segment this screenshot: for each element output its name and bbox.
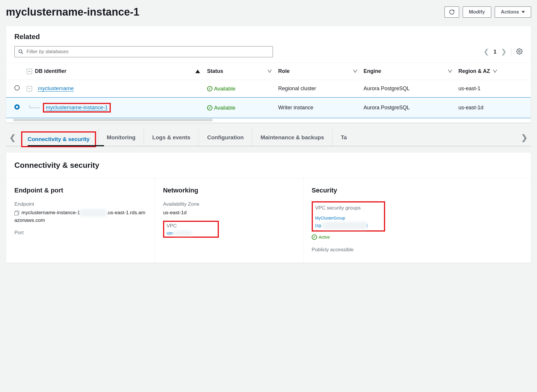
- tab-configuration[interactable]: Configuration: [199, 129, 252, 146]
- col-status[interactable]: Status: [207, 68, 223, 74]
- actions-button[interactable]: Actions: [495, 6, 531, 18]
- highlight-box: VPC security groups MyClusterGroup (sg-x…: [312, 201, 385, 232]
- active-tab-underline: [28, 145, 104, 146]
- az-value: us-east-1d: [163, 209, 295, 217]
- sg-status-text: Active: [319, 235, 330, 239]
- engine-cell: Aurora PostgreSQL: [360, 80, 455, 98]
- filter-input[interactable]: [26, 49, 269, 55]
- security-section: Security VPC security groups MyClusterGr…: [303, 178, 531, 263]
- page-next[interactable]: ❯: [501, 48, 506, 56]
- sg-name: MyClusterGroup: [315, 216, 345, 220]
- networking-heading: Networking: [163, 187, 295, 194]
- tab-connectivity-security[interactable]: Connectivity & security: [21, 131, 96, 147]
- table-row[interactable]: − myclustername ✓ Available Regional clu…: [6, 80, 531, 98]
- divider: [511, 47, 511, 56]
- security-heading: Security: [312, 187, 523, 194]
- expand-row-toggle[interactable]: −: [27, 86, 32, 91]
- tab-logs-events[interactable]: Logs & events: [144, 129, 199, 146]
- table-row[interactable]: myclustername-instance-1 ✓ Available Wri…: [6, 98, 531, 118]
- row-radio[interactable]: [14, 85, 20, 91]
- highlight-box: myclustername-instance-1: [43, 103, 111, 113]
- settings-button[interactable]: [516, 48, 523, 56]
- sort-asc-icon[interactable]: [195, 70, 200, 73]
- tab-maintenance-backups[interactable]: Maintenance & backups: [252, 129, 332, 146]
- region-cell: us-east-1: [455, 80, 531, 98]
- check-icon: ✓: [312, 234, 317, 240]
- tabs-scroll-right[interactable]: ❯: [518, 133, 531, 142]
- tree-connector-icon: [27, 105, 41, 111]
- tabs: ❮ Connectivity & security Monitoring Log…: [6, 129, 531, 146]
- actions-label: Actions: [501, 9, 519, 15]
- port-label: Port: [14, 230, 146, 236]
- scrollbar-thumb[interactable]: [13, 119, 213, 121]
- tabs-scroll-left[interactable]: ❮: [6, 133, 19, 142]
- sg-label: VPC security groups: [315, 204, 382, 213]
- status-badge: ✓ Available: [207, 105, 236, 111]
- horizontal-scrollbar[interactable]: [6, 118, 531, 123]
- status-text: Available: [214, 86, 236, 92]
- detail-title: Connectivity & security: [6, 153, 531, 178]
- db-link[interactable]: myclustername-instance-1: [46, 105, 108, 111]
- svg-point-2: [518, 51, 520, 52]
- endpoint-value: myclustername-instance-1xxxxxxxxx.us-eas…: [14, 209, 146, 224]
- check-icon: ✓: [207, 86, 212, 91]
- tab-monitoring[interactable]: Monitoring: [98, 129, 144, 146]
- related-title: Related: [6, 26, 531, 46]
- row-radio[interactable]: [14, 104, 20, 110]
- status-badge: ✓ Available: [207, 86, 236, 92]
- vpc-label: VPC: [167, 223, 215, 229]
- related-panel: Related ❮ 1 ❯: [6, 26, 531, 123]
- caret-down-icon: [521, 11, 525, 13]
- copy-icon[interactable]: [14, 211, 19, 215]
- region-cell: us-east-1d: [455, 98, 531, 118]
- sort-icon[interactable]: [448, 70, 452, 73]
- col-engine[interactable]: Engine: [364, 68, 381, 74]
- gear-icon: [516, 48, 523, 55]
- engine-cell: Aurora PostgreSQL: [360, 98, 455, 118]
- filter-box[interactable]: [14, 46, 273, 57]
- page-title: myclustername-instance-1: [6, 6, 139, 18]
- col-db-identifier[interactable]: DB identifier: [35, 68, 66, 74]
- vpc-link[interactable]: vpc-xxxxxx: [167, 231, 192, 235]
- modify-button[interactable]: Modify: [463, 6, 491, 18]
- public-access-label: Publicly accessible: [312, 247, 523, 253]
- db-link[interactable]: myclustername: [38, 86, 74, 92]
- role-cell: Writer instance: [275, 98, 360, 118]
- col-role[interactable]: Role: [278, 68, 290, 74]
- sort-icon[interactable]: [268, 70, 271, 73]
- refresh-button[interactable]: [444, 6, 459, 18]
- expand-all-toggle[interactable]: −: [27, 69, 32, 74]
- sort-icon[interactable]: [353, 70, 357, 73]
- refresh-icon: [449, 9, 455, 15]
- svg-line-1: [21, 52, 23, 54]
- networking-section: Networking Availability Zone us-east-1d …: [155, 178, 303, 263]
- status-text: Available: [214, 105, 236, 111]
- role-cell: Regional cluster: [275, 80, 360, 98]
- connectivity-security-panel: Connectivity & security Endpoint & port …: [6, 152, 531, 263]
- sort-icon[interactable]: [493, 70, 496, 73]
- az-label: Availability Zone: [163, 201, 295, 207]
- page-number: 1: [494, 49, 496, 55]
- svg-point-0: [19, 50, 22, 53]
- endpoint-label: Endpoint: [14, 201, 146, 207]
- check-icon: ✓: [207, 105, 212, 110]
- tab-tags[interactable]: Ta: [332, 129, 355, 146]
- search-icon: [18, 49, 24, 54]
- sg-link[interactable]: MyClusterGroup (sg-xxxxxxxxxxxxxxx): [315, 215, 382, 229]
- page-prev[interactable]: ❮: [484, 48, 489, 56]
- endpoint-port-section: Endpoint & port Endpoint myclustername-i…: [6, 178, 155, 263]
- highlight-box: VPC vpc-xxxxxx: [163, 221, 219, 238]
- col-region-az[interactable]: Region & AZ: [459, 68, 490, 74]
- sg-status: ✓ Active: [312, 234, 330, 240]
- endpoint-port-heading: Endpoint & port: [14, 187, 146, 194]
